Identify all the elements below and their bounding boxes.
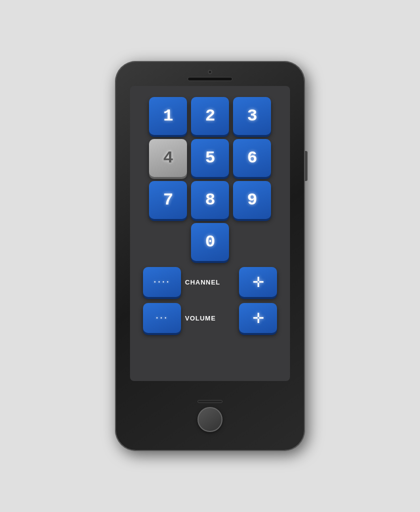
key-7-button[interactable]: 7 (149, 181, 187, 219)
volume-label: VOLUME (185, 314, 216, 322)
channel-controls: ···· CHANNEL ✛ (143, 267, 277, 297)
volume-label-container: VOLUME (185, 314, 235, 322)
volume-minus-icon: ··· (156, 312, 168, 324)
key-7-label: 7 (163, 190, 172, 210)
home-button[interactable] (198, 407, 222, 432)
key-1-label: 1 (163, 106, 172, 126)
key-6-label: 6 (247, 148, 256, 168)
phone-screen: 1 2 3 4 5 6 7 8 (130, 86, 290, 381)
side-button[interactable] (305, 151, 308, 181)
earpiece-speaker (188, 77, 232, 81)
phone-device: 1 2 3 4 5 6 7 8 (115, 61, 305, 451)
key-9-button[interactable]: 9 (233, 181, 271, 219)
channel-minus-button[interactable]: ···· (143, 267, 181, 297)
key-0-button[interactable]: 0 (191, 223, 229, 261)
phone-bottom-bar (198, 381, 222, 451)
channel-plus-button[interactable]: ✛ (239, 267, 277, 297)
channel-label: CHANNEL (185, 278, 220, 286)
key-4-button[interactable]: 4 (149, 139, 187, 177)
key-1-button[interactable]: 1 (149, 97, 187, 135)
channel-plus-icon: ✛ (252, 274, 264, 290)
front-camera (208, 70, 212, 74)
channel-label-container: CHANNEL (185, 278, 235, 286)
key-6-button[interactable]: 6 (233, 139, 271, 177)
key-5-button[interactable]: 5 (191, 139, 229, 177)
key-empty-left (149, 223, 187, 261)
key-2-button[interactable]: 2 (191, 97, 229, 135)
volume-minus-button[interactable]: ··· (143, 303, 181, 333)
bottom-speaker (198, 400, 222, 403)
channel-minus-icon: ···· (154, 276, 170, 288)
volume-plus-button[interactable]: ✛ (239, 303, 277, 333)
number-keypad: 1 2 3 4 5 6 7 8 (149, 97, 271, 261)
phone-top-bar (115, 61, 305, 81)
key-4-label: 4 (163, 148, 172, 168)
key-5-label: 5 (205, 148, 214, 168)
volume-controls: ··· VOLUME ✛ (143, 303, 277, 333)
key-2-label: 2 (205, 106, 214, 126)
key-9-label: 9 (247, 190, 256, 210)
key-8-button[interactable]: 8 (191, 181, 229, 219)
key-8-label: 8 (205, 190, 214, 210)
volume-plus-icon: ✛ (252, 310, 264, 326)
key-3-button[interactable]: 3 (233, 97, 271, 135)
key-0-label: 0 (205, 232, 214, 252)
key-empty-right (233, 223, 271, 261)
key-3-label: 3 (247, 106, 256, 126)
